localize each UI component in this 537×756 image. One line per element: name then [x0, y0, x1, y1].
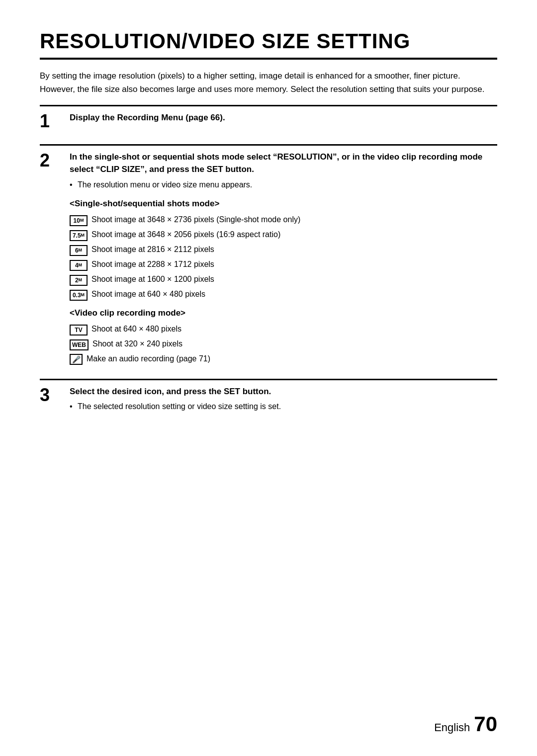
res-text-2m: Shoot image at 1600 × 1200 pixels	[91, 273, 497, 285]
step-1-title: Display the Recording Menu (page 66).	[70, 111, 497, 124]
single-shot-title: <Single-shot/sequential shots mode>	[70, 199, 497, 209]
intro-text: By setting the image resolution (pixels)…	[40, 70, 497, 96]
step-2-number: 2	[40, 151, 70, 169]
res-item-75m: 7.5M Shoot image at 3648 × 2056 pixels (…	[70, 229, 497, 241]
step-3: 3 Select the desired icon, and press the…	[40, 379, 497, 418]
icon-mic: 🎤	[70, 354, 83, 365]
res-item-4m: 4 M Shoot image at 2288 × 1712 pixels	[70, 258, 497, 270]
footer: English 70	[434, 712, 497, 736]
footer-language: English	[434, 721, 470, 734]
step-3-title: Select the desired icon, and press the S…	[70, 385, 497, 398]
single-shot-section: <Single-shot/sequential shots mode> 10M …	[70, 199, 497, 300]
video-clip-title: <Video clip recording mode>	[70, 308, 497, 318]
step-3-number: 3	[40, 385, 70, 404]
icon-6m: 6M	[70, 245, 88, 256]
page: RESOLUTION/VIDEO SIZE SETTING By setting…	[0, 0, 537, 756]
icon-2m: 2 M	[70, 275, 88, 286]
res-item-6m: 6M Shoot image at 2816 × 2112 pixels	[70, 244, 497, 255]
res-item-mic: 🎤 Make an audio recording (page 71)	[70, 353, 497, 365]
step-1: 1 Display the Recording Menu (page 66).	[40, 105, 497, 135]
res-item-10m: 10M Shoot image at 3648 × 2736 pixels (S…	[70, 214, 497, 226]
res-text-web: Shoot at 320 × 240 pixels	[92, 338, 497, 350]
icon-tv: TV	[70, 325, 88, 336]
video-clip-section: <Video clip recording mode> TV Shoot at …	[70, 308, 497, 365]
page-title: RESOLUTION/VIDEO SIZE SETTING	[40, 30, 497, 60]
res-text-75m: Shoot image at 3648 × 2056 pixels (16:9 …	[91, 229, 497, 241]
res-text-tv: Shoot at 640 × 480 pixels	[91, 323, 497, 335]
res-item-2m: 2 M Shoot image at 1600 × 1200 pixels	[70, 273, 497, 285]
step-2: 2 In the single-shot or sequential shots…	[40, 144, 497, 370]
step-2-content: In the single-shot or sequential shots m…	[70, 151, 497, 365]
icon-web: WEB	[70, 339, 89, 350]
icon-4m: 4 M	[70, 260, 88, 271]
step-2-bullet-0: The resolution menu or video size menu a…	[70, 179, 497, 191]
mic-symbol: 🎤	[72, 354, 81, 365]
icon-03m: 0.3M	[70, 290, 88, 301]
res-text-4m: Shoot image at 2288 × 1712 pixels	[91, 258, 497, 270]
steps-container: 1 Display the Recording Menu (page 66). …	[40, 105, 497, 418]
step-1-number: 1	[40, 111, 70, 130]
step-2-title: In the single-shot or sequential shots m…	[70, 151, 497, 176]
res-item-web: WEB Shoot at 320 × 240 pixels	[70, 338, 497, 350]
footer-page-number: 70	[474, 712, 497, 736]
step-1-content: Display the Recording Menu (page 66).	[70, 111, 497, 124]
res-item-03m: 0.3M Shoot image at 640 × 480 pixels	[70, 288, 497, 300]
res-item-tv: TV Shoot at 640 × 480 pixels	[70, 323, 497, 335]
step-3-bullet-0: The selected resolution setting or video…	[70, 401, 497, 413]
icon-75m: 7.5M	[70, 230, 88, 241]
step-3-content: Select the desired icon, and press the S…	[70, 385, 497, 413]
icon-10m: 10M	[70, 215, 88, 226]
res-text-6m: Shoot image at 2816 × 2112 pixels	[91, 244, 497, 255]
res-text-03m: Shoot image at 640 × 480 pixels	[91, 288, 497, 300]
res-text-mic: Make an audio recording (page 71)	[87, 353, 497, 365]
res-text-10m: Shoot image at 3648 × 2736 pixels (Singl…	[91, 214, 497, 226]
